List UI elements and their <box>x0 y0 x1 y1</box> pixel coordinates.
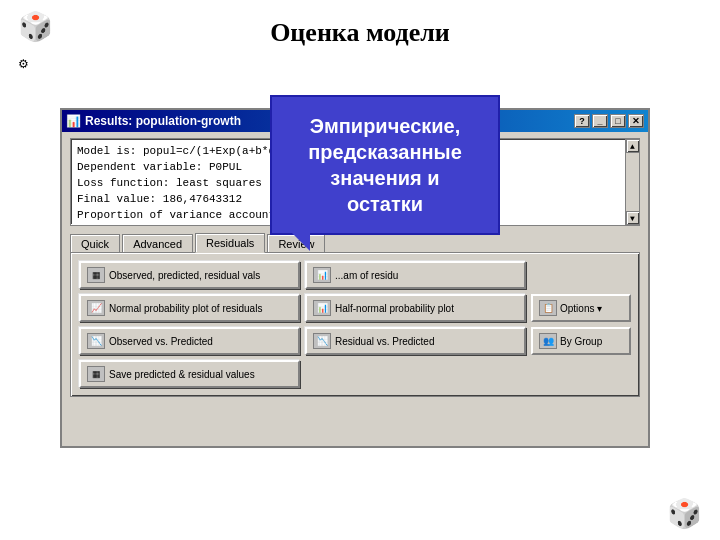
histogram-residuals-button[interactable]: 📊 ...am of residu <box>305 261 526 289</box>
plot-icon: 📈 <box>87 300 105 316</box>
close-button[interactable]: ✕ <box>628 114 644 128</box>
window-title: Results: population-growth <box>85 114 241 128</box>
window-icon: 📊 <box>66 114 81 128</box>
half-normal-probability-button[interactable]: 📊 Half-normal probability plot <box>305 294 526 322</box>
tab-panel: ▦ Observed, predicted, residual vals 📊 .… <box>70 252 640 397</box>
save-icon: ▦ <box>87 366 105 382</box>
scroll-up[interactable]: ▲ <box>626 139 640 153</box>
scatter-icon: 📉 <box>87 333 105 349</box>
group-icon: 👥 <box>539 333 557 349</box>
top-right-empty <box>531 261 631 289</box>
observed-vs-predicted-button[interactable]: 📉 Observed vs. Predicted <box>79 327 300 355</box>
observed-predicted-residual-button[interactable]: ▦ Observed, predicted, residual vals <box>79 261 300 289</box>
options-icon: 📋 <box>539 300 557 316</box>
title-bar-left: 📊 Results: population-growth <box>66 114 241 128</box>
residual-icon: 📉 <box>313 333 331 349</box>
chart-icon: 📊 <box>313 267 331 283</box>
maximize-button[interactable]: □ <box>610 114 626 128</box>
page-title: Оценка модели <box>0 18 720 48</box>
page-header: Оценка модели <box>0 0 720 58</box>
bygroup-label: By Group <box>560 336 602 347</box>
options-label: Options ▾ <box>560 303 602 314</box>
table-icon: ▦ <box>87 267 105 283</box>
normal-probability-plot-button[interactable]: 📈 Normal probability plot of residuals <box>79 294 300 322</box>
options-button[interactable]: 📋 Options ▾ <box>531 294 631 322</box>
dice-icon-bottom: 🎲 <box>667 497 702 530</box>
half-normal-icon: 📊 <box>313 300 331 316</box>
tab-quick[interactable]: Quick <box>70 234 120 253</box>
minimize-button[interactable]: _ <box>592 114 608 128</box>
callout-box: Эмпирические, предсказанные значения и о… <box>270 95 500 235</box>
help-button[interactable]: ? <box>574 114 590 128</box>
scroll-down[interactable]: ▼ <box>626 211 640 225</box>
by-group-button[interactable]: 👥 By Group <box>531 327 631 355</box>
tab-residuals[interactable]: Residuals <box>195 233 265 253</box>
title-bar-controls: ? _ □ ✕ <box>574 114 644 128</box>
save-predicted-residual-button[interactable]: ▦ Save predicted & residual values <box>79 360 300 388</box>
tab-advanced[interactable]: Advanced <box>122 234 193 253</box>
tabs-row: Quick Advanced Residuals Review <box>70 232 640 252</box>
residual-vs-predicted-button[interactable]: 📉 Residual vs. Predicted <box>305 327 526 355</box>
scrollbar[interactable]: ▲ ▼ <box>625 139 639 225</box>
dice-icon-top: 🎲⚙ <box>18 10 53 75</box>
callout-text: Эмпирические, предсказанные значения и о… <box>308 115 462 215</box>
